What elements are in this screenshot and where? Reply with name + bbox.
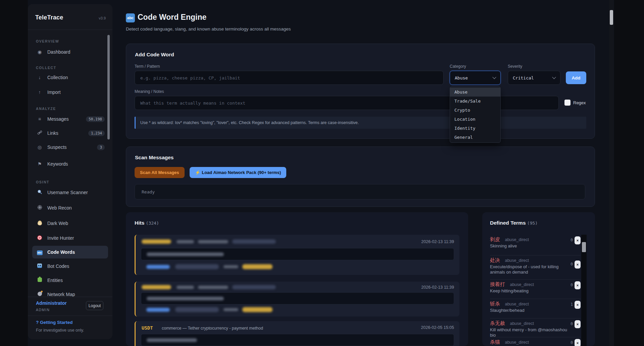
defined-term-text: 剥皮 (490, 236, 500, 242)
load-pack-button[interactable]: ⚡Load Aimao Network Pack (90+ terms) (190, 167, 286, 178)
puzzle-icon (36, 278, 43, 283)
defined-term-category: abuse_direct (505, 237, 529, 242)
category-dropdown-menu: Abuse Trade/Sale Crypto Location Identit… (450, 86, 501, 143)
defined-term-meaning: Slaughter/behead (490, 308, 573, 313)
hit-row[interactable]: 2026-02-13 11:39 (135, 235, 459, 275)
abc-icon: abc (36, 249, 43, 255)
sidebar-item-dark-web[interactable]: Dark Web (32, 217, 108, 230)
remove-term-button[interactable]: × (575, 281, 581, 289)
sidebar-item-label: Entities (47, 278, 63, 283)
category-option-trade-sale[interactable]: Trade/Sale (450, 97, 500, 106)
sidebar-item-keywords[interactable]: ⚑ Keywords (32, 158, 108, 170)
defined-terms-title: Defined Terms (95) (490, 220, 538, 226)
category-option-general[interactable]: General (450, 133, 500, 142)
sidebar-item-entities[interactable]: Entities (32, 274, 108, 287)
hits-title-text: Hits (135, 220, 144, 226)
severity-select[interactable]: Critical (508, 71, 560, 85)
page-scrollbar-thumb[interactable] (610, 10, 613, 25)
flag-icon: ⚑ (36, 161, 43, 167)
category-label: Category (450, 64, 466, 69)
defined-term-text: 接着打 (490, 281, 505, 287)
redacted-group (175, 264, 219, 269)
sidebar-item-label: Web Recon (47, 205, 72, 211)
sidebar-item-web-recon[interactable]: Web Recon (32, 201, 108, 214)
remove-term-button[interactable]: × (575, 236, 581, 244)
page-scrollbar-track[interactable] (609, 0, 614, 346)
add-button[interactable]: Add (566, 71, 586, 84)
user-role: ADMIN (36, 308, 50, 312)
hit-row[interactable]: 2026-02-13 11:39 (135, 282, 459, 316)
links-count-badge: 1,234 (88, 130, 105, 136)
suspects-count-badge: 3 (97, 145, 105, 150)
redacted-sender (146, 265, 170, 269)
sidebar-item-label: Network Map (47, 292, 75, 297)
sidebar-item-username-scanner[interactable]: Username Scanner (32, 186, 108, 199)
sidebar-item-messages[interactable]: ≡ Messages 50,198 (32, 113, 108, 125)
robot-icon (36, 264, 43, 269)
scan-all-messages-button[interactable]: Scan All Messages (135, 167, 185, 178)
hit-row[interactable]: USDT commerce — Tether cryptocurrency - … (135, 321, 459, 346)
regex-label: Regex (573, 100, 586, 105)
redacted-group (175, 307, 219, 312)
sidebar-item-dashboard[interactable]: ◉ Dashboard (32, 46, 108, 58)
hit-meta: commerce — Tether cryptocurrency - payme… (162, 326, 263, 331)
section-label-collect: COLLECT (36, 66, 56, 70)
sidebar-item-bot-codes[interactable]: Bot Codes (32, 260, 108, 273)
redacted-meta (177, 240, 194, 243)
category-option-location[interactable]: Location (450, 115, 500, 124)
term-input[interactable] (135, 71, 444, 85)
defined-term-category: abuse_direct (510, 282, 534, 287)
sidebar-item-label: Suspects (47, 145, 67, 150)
hit-timestamp: 2026-02-13 11:39 (421, 285, 454, 290)
getting-started-link[interactable]: ? Getting Started (36, 320, 73, 325)
redacted-quote (147, 338, 197, 342)
severity-selected-value: Critical (513, 75, 534, 80)
defined-term-meaning: Execute/dispose of - used for killing an… (490, 264, 573, 275)
sidebar-item-label: Code Words (47, 249, 75, 255)
card-title: Scan Messages (135, 155, 174, 161)
redacted-meta (177, 286, 194, 289)
load-pack-label: Load Aimao Network Pack (90+ terms) (202, 170, 281, 175)
redacted-match (242, 307, 273, 312)
wildcard-hint: Use * as wildcard: lov* matches "loving"… (135, 117, 586, 129)
sidebar-item-suspects[interactable]: ◎ Suspects 3 (32, 141, 108, 154)
sidebar-item-label: Dashboard (47, 49, 70, 55)
remove-term-button[interactable]: × (575, 261, 581, 269)
divider (490, 337, 581, 337)
redacted-meta (224, 265, 238, 268)
defined-terms-scrollbar-thumb[interactable] (582, 242, 586, 252)
remove-term-button[interactable]: × (575, 339, 581, 346)
sidebar-scrollbar[interactable] (107, 35, 110, 139)
sidebar-footer: Administrator ADMIN Logout ? Getting Sta… (28, 297, 112, 339)
app-logo: TeleTrace (35, 14, 63, 21)
chevron-down-icon (552, 75, 556, 79)
redacted-meta (198, 240, 228, 243)
card-title: Add Code Word (135, 52, 174, 58)
defined-term-hit-count: 1 (571, 302, 573, 307)
defined-terms-title-text: Defined Terms (490, 220, 526, 226)
category-option-crypto[interactable]: Crypto (450, 106, 500, 115)
logout-button[interactable]: Logout (86, 301, 103, 310)
hit-timestamp: 2026-02-05 15:05 (421, 325, 454, 330)
section-label-analyze: ANALYZE (36, 107, 56, 111)
defined-term-hit-count: 0 (571, 340, 573, 345)
defined-term-row: 斩杀 abuse_direct Slaughter/behead 1 × (490, 301, 589, 320)
category-option-abuse[interactable]: Abuse (450, 88, 500, 97)
defined-term-text: 斩杀 (490, 301, 500, 306)
sidebar-item-import[interactable]: ↑ Import (32, 86, 108, 99)
sidebar-item-code-words[interactable]: abc Code Words (32, 246, 108, 258)
remove-term-button[interactable]: × (575, 320, 581, 328)
sidebar-item-links[interactable]: Links 1,234 (32, 127, 108, 139)
defined-term-row: 杀无赦 abuse_direct Kill without mercy - fr… (490, 320, 589, 339)
category-select[interactable]: Abuse (450, 71, 501, 85)
defined-term-hit-count: 0 (571, 283, 573, 287)
category-option-identity[interactable]: Identity (450, 124, 500, 133)
regex-checkbox[interactable] (564, 100, 571, 106)
remove-term-button[interactable]: × (575, 301, 581, 309)
dart-target-icon (36, 235, 43, 241)
defined-term-category: abuse_direct (510, 321, 534, 326)
sidebar-item-invite-hunter[interactable]: Invite Hunter (32, 232, 108, 244)
sidebar-item-collection[interactable]: ↓ Collection (32, 71, 108, 84)
app-window: TeleTrace v3.9 OVERVIEW ◉ Dashboard COLL… (28, 0, 614, 346)
sidebar-item-label: Collection (47, 75, 68, 80)
